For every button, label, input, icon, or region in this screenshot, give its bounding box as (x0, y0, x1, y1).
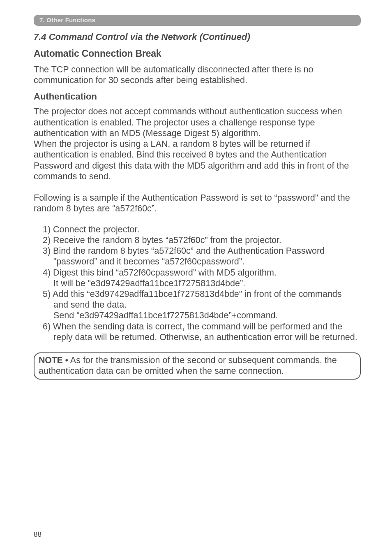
step-5-line3: Send “e3d97429adffa11bce1f7275813d4bde”+… (43, 310, 361, 321)
step-1: 1) Connect the projector. (43, 224, 361, 235)
note-label: NOTE (39, 355, 63, 365)
page-number: 88 (34, 531, 42, 539)
step-3-line2: “password” and it becomes “a572f60cpassw… (43, 256, 361, 267)
heading-auto-break: Automatic Connection Break (34, 48, 361, 59)
auth-para2: When the projector is using a LAN, a ran… (34, 139, 349, 181)
step-6-line1: 6) When the sending data is correct, the… (43, 321, 361, 332)
step-5-line2: and send the data. (43, 299, 361, 310)
section-title: 7.4 Command Control via the Network (Con… (34, 32, 361, 42)
step-4-line1: 4) Digest this bind “a572f60cpassword” w… (43, 267, 361, 278)
steps-list: 1) Connect the projector. 2) Receive the… (34, 224, 361, 343)
chapter-bar: 7. Other Functions (34, 15, 361, 26)
step-6-line2: reply data will be returned. Otherwise, … (43, 332, 361, 343)
step-3-line1: 3) Bind the random 8 bytes “a572f60c” an… (43, 246, 361, 256)
step-4-line2: It will be “e3d97429adffa11bce1f7275813d… (43, 278, 361, 289)
heading-authentication: Authentication (34, 91, 361, 102)
step-5-line1: 5) Add this “e3d97429adffa11bce1f7275813… (43, 289, 361, 299)
note-box: NOTE • As for the transmission of the se… (34, 352, 361, 380)
auth-para1: The projector does not accept commands w… (34, 107, 342, 138)
step-2: 2) Receive the random 8 bytes “a572f60c”… (43, 235, 361, 246)
auth-paragraphs: The projector does not accept commands w… (34, 106, 361, 214)
auth-para3: Following is a sample if the Authenticat… (34, 193, 350, 213)
auto-break-text: The TCP connection will be automatically… (34, 64, 361, 86)
note-text: • As for the transmission of the second … (39, 355, 337, 376)
chapter-label: 7. Other Functions (39, 16, 95, 23)
